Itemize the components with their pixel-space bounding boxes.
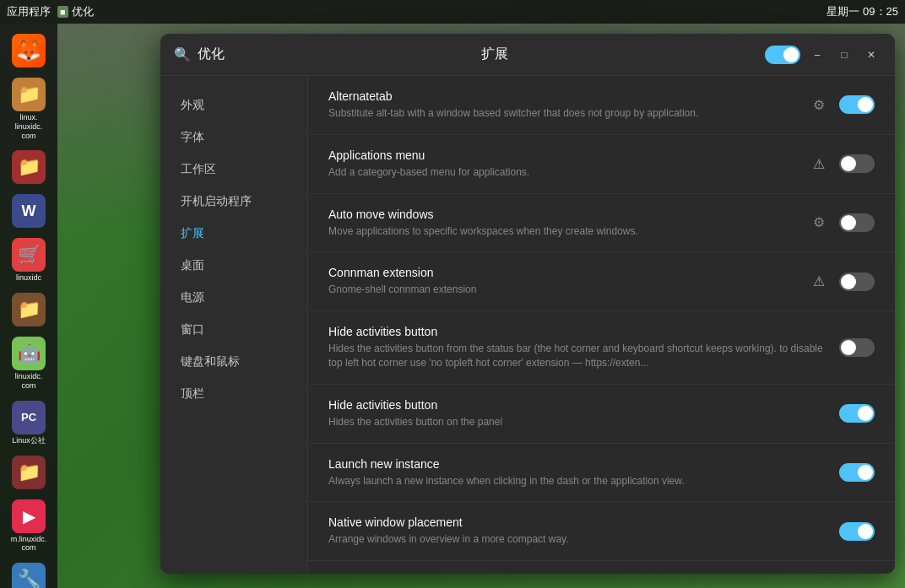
dock-item-writer[interactable]: W [4, 191, 53, 231]
extension-auto-move-info: Auto move windows Move applications to s… [328, 208, 794, 239]
dock-item-android[interactable]: 🤖 linuxidc.com [4, 333, 53, 394]
extensions-content[interactable]: Alternatetab Substitute alt-tab with a w… [308, 76, 895, 574]
warning-icon: ⚠ [807, 270, 831, 294]
extension-alternatetab-title: Alternatetab [328, 89, 794, 103]
extension-alternatetab-toggle[interactable] [839, 95, 875, 114]
android-icon: 🤖 [12, 337, 46, 370]
extension-auto-move-desc: Move applications to specific workspaces… [328, 224, 794, 239]
firefox-icon: 🦊 [12, 34, 46, 67]
pc-icon: PC [12, 401, 46, 434]
title-bar: 🔍 优化 扩展 – □ ✕ [160, 34, 895, 76]
extension-hide-activities-2-title: Hide activities button [328, 398, 826, 412]
sidebar-item-desktop[interactable]: 桌面 [160, 250, 307, 282]
window-body: 外观 字体 工作区 开机启动程序 扩展 桌面 电源 窗口 [160, 76, 895, 574]
sidebar-item-appearance[interactable]: 外观 [160, 89, 307, 121]
extension-connman-controls: ⚠ [807, 270, 875, 294]
extension-alternatetab-info: Alternatetab Substitute alt-tab with a w… [328, 89, 794, 121]
extension-hide-activities-1-title: Hide activities button [328, 325, 826, 338]
store-icon: 🛒 [12, 238, 46, 272]
gear-icon[interactable]: ⚙ [807, 93, 831, 116]
extension-launch-new: Launch new instance Always launch a new … [308, 444, 895, 503]
extension-launch-new-title: Launch new instance [328, 457, 826, 471]
application-dock: 🦊 📁 linux.linuxidc.com 📁 W 🛒 linuxidc 📁 … [0, 24, 57, 588]
close-button[interactable]: ✕ [861, 45, 881, 65]
extension-applications-menu-title: Applications menu [328, 148, 794, 162]
sidebar-item-workspaces[interactable]: 工作区 [160, 154, 307, 186]
sidebar-item-windows[interactable]: 窗口 [160, 314, 307, 346]
extension-hide-activities-2-toggle[interactable] [839, 404, 875, 423]
dock-item-firefox[interactable]: 🦊 [4, 30, 53, 71]
extension-hide-activities-2-info: Hide activities button Hides the activit… [328, 398, 826, 429]
extension-auto-move-title: Auto move windows [328, 208, 794, 221]
dock-item-pc[interactable]: PC Linux公社 [4, 397, 53, 449]
extension-hide-activities-2-desc: Hides the activities button on the panel [328, 415, 826, 429]
extension-connman-desc: Gnome-shell connman extension [328, 283, 794, 297]
extension-hide-activities-1-toggle[interactable] [839, 338, 875, 357]
sidebar-item-power[interactable]: 电源 [160, 282, 307, 314]
dock-label-m-linuxidc: m.linuxidc.com [11, 535, 47, 553]
extension-applications-menu: Applications menu Add a category-based m… [308, 135, 895, 194]
extension-connman-toggle[interactable] [839, 272, 875, 291]
search-icon[interactable]: 🔍 [174, 46, 191, 62]
dock-item-folder-dark[interactable]: 📁 [4, 289, 53, 330]
extension-native-window: Native window placement Arrange windows … [308, 502, 895, 561]
optimize-icon: ■ [57, 6, 68, 18]
sidebar-item-topbar[interactable]: 顶栏 [160, 378, 307, 410]
folder-dark-icon: 📁 [12, 293, 46, 326]
dock-item-linux-linuxidc[interactable]: 📁 linux.linuxidc.com [4, 74, 53, 143]
minimize-button[interactable]: – [807, 45, 827, 65]
dock-item-folder-red[interactable]: 📁 [4, 147, 53, 187]
dock-label-linux: linux.linuxidc.com [15, 113, 43, 140]
extension-connman-info: Connman extension Gnome-shell connman ex… [328, 266, 794, 297]
apps-menu[interactable]: 应用程序 [7, 4, 51, 19]
extension-alternatetab-controls: ⚙ [807, 93, 875, 116]
tool-icon: 🔧 [12, 563, 46, 588]
extension-auto-move: Auto move windows Move applications to s… [308, 194, 895, 253]
extension-native-window-controls [839, 522, 875, 541]
extension-launch-new-desc: Always launch a new instance when clicki… [328, 474, 826, 488]
extension-native-window-info: Native window placement Arrange windows … [328, 515, 826, 547]
extension-hide-activities-1-desc: Hides the activities button from the sta… [328, 342, 826, 370]
global-toggle[interactable] [765, 46, 800, 64]
extension-launch-new-controls [839, 463, 875, 482]
extension-auto-move-toggle[interactable] [839, 213, 875, 232]
sidebar-item-keyboard-mouse[interactable]: 键盘和鼠标 [160, 346, 307, 378]
warning-icon: ⚠ [807, 152, 831, 175]
dock-item-snap[interactable]: ▶ m.linuxidc.com [4, 496, 53, 557]
sidebar-item-extensions[interactable]: 扩展 [160, 218, 307, 250]
window-controls: – □ ✕ [765, 45, 881, 65]
extension-native-window-toggle[interactable] [839, 522, 875, 541]
extension-hide-activities-2: Hide activities button Hides the activit… [308, 385, 895, 444]
dock-label-linuxidc: linuxidc [16, 273, 41, 283]
sidebar-navigation: 外观 字体 工作区 开机启动程序 扩展 桌面 电源 窗口 [160, 76, 308, 574]
section-title: 扩展 [481, 46, 508, 63]
dock-item-tool[interactable]: 🔧 [4, 559, 53, 588]
folder-orange-icon: 📁 [12, 78, 46, 111]
optimize-label: 优化 [72, 4, 94, 19]
extension-native-window-desc: Arrange windows in overview in a more co… [328, 532, 826, 547]
extension-hide-activities-1: Hide activities button Hides the activit… [308, 311, 895, 385]
dock-label-android: linuxidc.com [15, 372, 43, 391]
dock-item-folder-maroon[interactable]: 📁 [4, 452, 53, 493]
extension-alternatetab-desc: Substitute alt-tab with a window based s… [328, 106, 794, 121]
extension-alternatetab: Alternatetab Substitute alt-tab with a w… [308, 76, 895, 135]
restore-button[interactable]: □ [834, 45, 854, 65]
gear-icon[interactable]: ⚙ [807, 211, 831, 235]
extension-launch-new-toggle[interactable] [839, 463, 875, 482]
dock-item-linuxidc-store[interactable]: 🛒 linuxidc [4, 235, 53, 286]
extension-auto-move-controls: ⚙ [807, 211, 875, 235]
extension-launch-new-info: Launch new instance Always launch a new … [328, 457, 826, 488]
extension-hide-activities-1-controls [839, 338, 875, 357]
sidebar-item-fonts[interactable]: 字体 [160, 121, 307, 154]
optimize-menu[interactable]: ■ 优化 [57, 4, 94, 19]
extension-hide-activities-2-controls [839, 404, 875, 423]
extension-native-window-title: Native window placement [328, 515, 826, 529]
extension-applications-menu-controls: ⚠ [807, 152, 875, 175]
extension-connman: Connman extension Gnome-shell connman ex… [308, 252, 895, 311]
extension-applications-menu-toggle[interactable] [839, 154, 875, 173]
main-window: 🔍 优化 扩展 – □ ✕ 外观 字体 工作区 开机启动程序 [160, 34, 895, 574]
center-title-area: 扩展 [225, 46, 765, 63]
sidebar-item-startup[interactable]: 开机启动程序 [160, 186, 307, 218]
extension-applications-menu-desc: Add a category-based menu for applicatio… [328, 165, 794, 180]
extension-hide-activities-1-info: Hide activities button Hides the activit… [328, 325, 826, 370]
